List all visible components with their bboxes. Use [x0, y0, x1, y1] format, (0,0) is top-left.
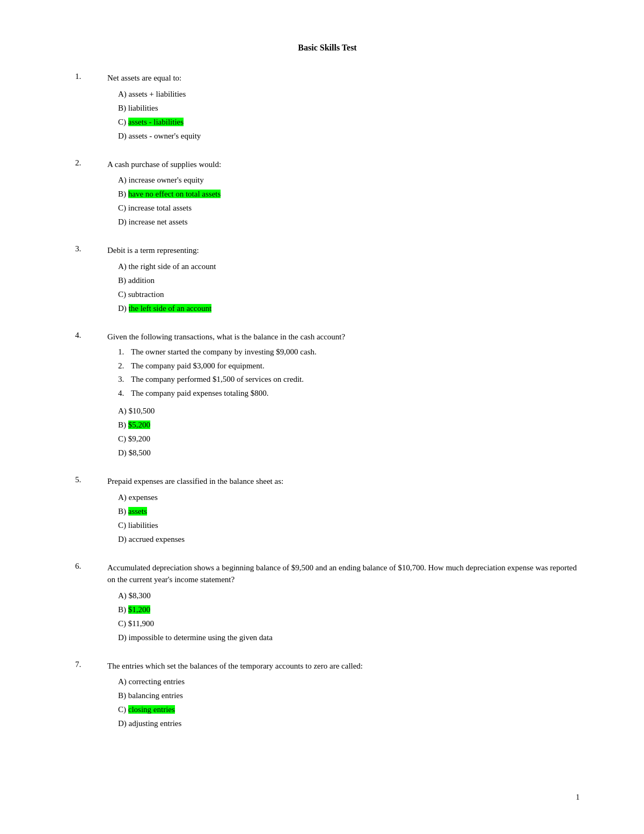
highlighted-answer-4: $5,200 — [128, 420, 150, 429]
question-text-4: Given the following transactions, what i… — [107, 331, 580, 343]
options-7: A) correcting entriesB) balancing entrie… — [118, 675, 580, 730]
option-6-3: C) $11,900 — [118, 617, 580, 630]
option-3-3: C) subtraction — [118, 288, 580, 301]
sub-list-item-4-4: 4.The company paid expenses totaling $80… — [118, 387, 580, 400]
option-3-4: D) the left side of an account — [118, 302, 580, 315]
sub-list-item-4-3: 3.The company performed $1,500 of servic… — [118, 373, 580, 386]
option-2-4: D) increase net assets — [118, 215, 580, 228]
option-1-1: A) assets + liabilities — [118, 88, 580, 100]
option-7-1: A) correcting entries — [118, 675, 580, 688]
question-text-1: Net assets are equal to: — [107, 72, 580, 84]
option-7-2: B) balancing entries — [118, 689, 580, 702]
option-5-1: A) expenses — [118, 491, 580, 504]
option-6-1: A) $8,300 — [118, 589, 580, 602]
option-5-3: C) liabilities — [118, 519, 580, 532]
option-4-1: A) $10,500 — [118, 404, 580, 417]
options-3: A) the right side of an accountB) additi… — [118, 260, 580, 315]
options-5: A) expensesB) assetsC) liabilitiesD) acc… — [118, 491, 580, 546]
question-number-7: 7. — [75, 660, 107, 669]
question-text-3: Debit is a term representing: — [107, 244, 580, 257]
sub-list-item-4-2: 2.The company paid $3,000 for equipment. — [118, 360, 580, 372]
highlighted-answer-6: $1,200 — [128, 605, 150, 614]
option-5-2: B) assets — [118, 505, 580, 518]
sub-list-item-4-1: 1.The owner started the company by inves… — [118, 346, 580, 358]
option-3-2: B) addition — [118, 274, 580, 287]
options-1: A) assets + liabilitiesB) liabilitiesC) … — [118, 88, 580, 142]
option-1-3: C) assets - liabilities — [118, 115, 580, 128]
question-number-6: 6. — [75, 562, 107, 571]
question-text-5: Prepaid expenses are classified in the b… — [107, 475, 580, 488]
question-6: 6.Accumulated depreciation shows a begin… — [75, 562, 580, 645]
option-1-2: B) liabilities — [118, 101, 580, 114]
page-number: 1 — [576, 793, 580, 802]
question-7: 7.The entries which set the balances of … — [75, 660, 580, 731]
question-4: 4.Given the following transactions, what… — [75, 331, 580, 461]
option-2-3: C) increase total assets — [118, 201, 580, 214]
option-7-3: C) closing entries — [118, 703, 580, 716]
highlighted-answer-7: closing entries — [128, 705, 175, 714]
options-4: A) $10,500B) $5,200C) $9,200D) $8,500 — [118, 404, 580, 459]
question-number-3: 3. — [75, 244, 107, 253]
question-3: 3.Debit is a term representing:A) the ri… — [75, 244, 580, 316]
highlighted-answer-1: assets - liabilities — [128, 118, 184, 126]
option-3-1: A) the right side of an account — [118, 260, 580, 273]
question-number-2: 2. — [75, 158, 107, 168]
question-number-5: 5. — [75, 475, 107, 484]
question-5: 5.Prepaid expenses are classified in the… — [75, 475, 580, 547]
highlighted-answer-2: have no effect on total assets — [128, 190, 221, 198]
options-2: A) increase owner's equityB) have no eff… — [118, 173, 580, 228]
highlighted-answer-5: assets — [128, 507, 147, 516]
question-number-4: 4. — [75, 331, 107, 340]
option-1-4: D) assets - owner's equity — [118, 129, 580, 142]
option-5-4: D) accrued expenses — [118, 533, 580, 546]
option-6-4: D) impossible to determine using the giv… — [118, 631, 580, 644]
question-2: 2.A cash purchase of supplies would:A) i… — [75, 158, 580, 230]
option-4-3: C) $9,200 — [118, 432, 580, 445]
question-text-7: The entries which set the balances of th… — [107, 660, 580, 672]
option-4-4: D) $8,500 — [118, 446, 580, 459]
page-title: Basic Skills Test — [75, 43, 580, 53]
option-7-4: D) adjusting entries — [118, 717, 580, 730]
question-text-2: A cash purchase of supplies would: — [107, 158, 580, 171]
option-4-2: B) $5,200 — [118, 418, 580, 431]
options-6: A) $8,300B) $1,200C) $11,900D) impossibl… — [118, 589, 580, 644]
sub-list-4: 1.The owner started the company by inves… — [118, 346, 580, 399]
highlighted-answer-3: the left side of an account — [129, 304, 212, 313]
question-1: 1.Net assets are equal to:A) assets + li… — [75, 72, 580, 143]
option-2-2: B) have no effect on total assets — [118, 187, 580, 200]
option-6-2: B) $1,200 — [118, 603, 580, 616]
option-2-1: A) increase owner's equity — [118, 173, 580, 186]
question-text-6: Accumulated depreciation shows a beginni… — [107, 562, 580, 586]
question-number-1: 1. — [75, 72, 107, 81]
